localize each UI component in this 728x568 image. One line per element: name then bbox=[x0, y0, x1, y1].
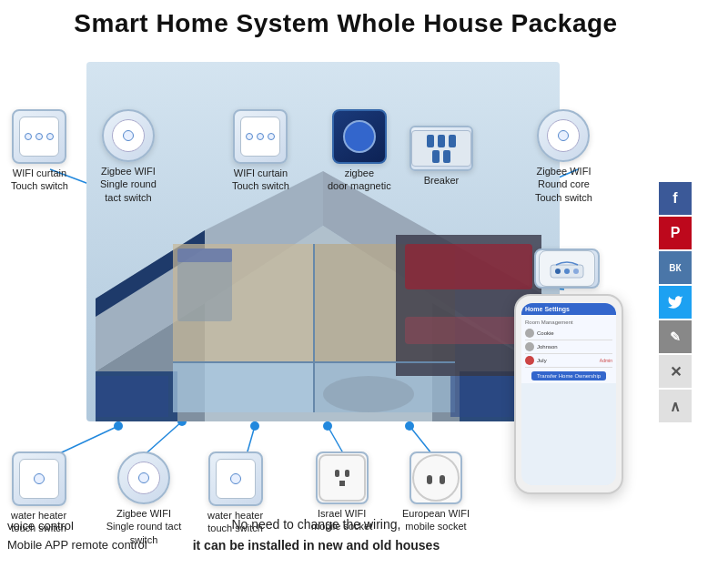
breaker-label: Breaker bbox=[424, 174, 460, 187]
avatar-cookie bbox=[525, 329, 534, 338]
breaker-row1 bbox=[427, 135, 456, 147]
phone-screen: Home Settings Room Management Cookie Joh… bbox=[521, 303, 616, 485]
member-name-july: July bbox=[537, 358, 547, 363]
single-dot bbox=[123, 130, 134, 141]
no-wiring-text: No need to change the wiring, bbox=[193, 514, 440, 534]
wifi-curtain-top-label: WIFI curtainTouch switch bbox=[11, 167, 68, 193]
phone-content: Room Management Cookie Johnson July bbox=[521, 315, 616, 383]
avatar-johnson bbox=[525, 342, 534, 351]
dot3 bbox=[46, 133, 54, 140]
european-socket-icon bbox=[410, 451, 462, 504]
svg-point-23 bbox=[250, 421, 259, 431]
wifi-curtain-center-icon bbox=[233, 109, 288, 164]
dot2 bbox=[35, 133, 43, 140]
zigbee-door-label: zigbeedoor magnetic bbox=[328, 167, 391, 193]
eu-socket bbox=[412, 454, 460, 502]
israel-socket-icon bbox=[316, 451, 369, 504]
edit-button[interactable]: ✎ bbox=[659, 320, 692, 353]
il-socket bbox=[318, 454, 366, 502]
zigbee-round-core-icon bbox=[537, 109, 590, 162]
bottom-left-text: voice control Mobile APP remote control bbox=[7, 517, 147, 555]
product-zigbee-round-core: Zigbee WIFIRound coreTouch switch bbox=[535, 109, 592, 204]
house-floorplan bbox=[86, 62, 560, 421]
svg-rect-38 bbox=[173, 362, 314, 412]
phone-row-cookie: Cookie bbox=[525, 327, 612, 340]
phone-section-room: Room Management bbox=[525, 318, 612, 327]
wifi-curtain-top-icon bbox=[12, 109, 66, 164]
dot1 bbox=[25, 133, 32, 140]
product-zigbee-single-top: Zigbee WIFISingle roundtact switch bbox=[100, 109, 157, 204]
il-holes bbox=[335, 470, 349, 477]
gateway-icon bbox=[534, 248, 600, 289]
breaker-row2 bbox=[432, 150, 450, 163]
zigbee-single-top-icon bbox=[102, 109, 155, 162]
water-heater-left-icon bbox=[12, 451, 66, 506]
svg-point-53 bbox=[573, 269, 579, 274]
voice-control-text: voice control bbox=[7, 517, 147, 536]
zigbee-door-icon bbox=[332, 109, 387, 164]
social-sidebar: f P ВК ✎ ✕ ∧ bbox=[659, 182, 692, 422]
gateway-svg bbox=[549, 258, 585, 279]
zigbee-round-core-label: Zigbee WIFIRound coreTouch switch bbox=[535, 165, 592, 204]
svg-rect-44 bbox=[177, 248, 232, 262]
svg-rect-48 bbox=[96, 376, 168, 417]
product-wifi-curtain-top: WIFI curtainTouch switch bbox=[11, 109, 68, 193]
c-dot3 bbox=[268, 133, 275, 140]
install-text: it can be installed in new and old house… bbox=[193, 535, 440, 555]
eu-holes bbox=[427, 475, 445, 484]
facebook-button[interactable]: f bbox=[659, 182, 692, 215]
main-container: Smart Home System Whole House Package bbox=[0, 0, 692, 568]
member-name-johnson: Johnson bbox=[537, 344, 558, 350]
c-dot2 bbox=[257, 133, 264, 140]
svg-point-52 bbox=[564, 269, 570, 274]
b-single-dot bbox=[138, 472, 149, 483]
wifi-curtain-center-label: WIFI curtainTouch switch bbox=[232, 167, 289, 193]
bottom-text-area: voice control Mobile APP remote control … bbox=[7, 514, 692, 555]
member-name-cookie: Cookie bbox=[537, 330, 554, 336]
mobile-app-text: Mobile APP remote control bbox=[7, 536, 147, 555]
breaker-box bbox=[411, 130, 471, 167]
transfer-btn-area: Transfer Home Ownership bbox=[525, 371, 612, 380]
phone-header: Home Settings bbox=[521, 303, 616, 315]
phone-app-title: Home Settings bbox=[525, 306, 612, 312]
water-heater-right-icon bbox=[208, 451, 263, 506]
twitter-icon bbox=[667, 294, 683, 310]
svg-point-47 bbox=[323, 376, 414, 412]
content-area: WIFI curtainTouch switch Zigbee WIFISing… bbox=[0, 44, 692, 563]
breaker-icon bbox=[410, 126, 473, 171]
close-button[interactable]: ✕ bbox=[659, 355, 692, 388]
round-core-dot bbox=[558, 130, 569, 141]
page-title: Smart Home System Whole House Package bbox=[0, 0, 692, 44]
phone-row-july: July Admin bbox=[525, 354, 612, 368]
svg-point-25 bbox=[405, 421, 414, 431]
svg-rect-45 bbox=[405, 244, 532, 289]
phone-outer: Home Settings Room Management Cookie Joh… bbox=[514, 294, 623, 494]
phone-row-johnson: Johnson bbox=[525, 340, 612, 354]
zigbee-single-top-label: Zigbee WIFISingle roundtact switch bbox=[100, 165, 157, 204]
zigbee-single-bottom-icon bbox=[117, 451, 170, 504]
phone-container: Home Settings Room Management Cookie Joh… bbox=[514, 294, 642, 512]
vk-button[interactable]: ВК bbox=[659, 251, 692, 284]
bottom-center-text: No need to change the wiring, it can be … bbox=[193, 514, 440, 555]
house-svg bbox=[86, 62, 560, 421]
svg-rect-46 bbox=[405, 317, 532, 344]
admin-badge: Admin bbox=[600, 358, 612, 363]
product-zigbee-door: zigbeedoor magnetic bbox=[328, 109, 391, 193]
twitter-button[interactable] bbox=[659, 286, 692, 319]
transfer-home-btn[interactable]: Transfer Home Ownership bbox=[531, 371, 606, 380]
svg-point-21 bbox=[114, 421, 123, 431]
gateway-box bbox=[539, 250, 595, 287]
il-center-hole bbox=[339, 481, 345, 486]
whr-dot bbox=[230, 473, 241, 484]
wh-dot bbox=[34, 473, 45, 484]
c-dot1 bbox=[246, 133, 253, 140]
door-sensor-inner bbox=[343, 120, 376, 153]
up-button[interactable]: ∧ bbox=[659, 390, 692, 422]
product-wifi-curtain-center: WIFI curtainTouch switch bbox=[232, 109, 289, 193]
svg-point-51 bbox=[555, 269, 561, 274]
pinterest-button[interactable]: P bbox=[659, 217, 692, 249]
product-breaker: Breaker bbox=[410, 126, 473, 187]
svg-point-24 bbox=[323, 421, 332, 431]
avatar-july bbox=[525, 356, 534, 365]
